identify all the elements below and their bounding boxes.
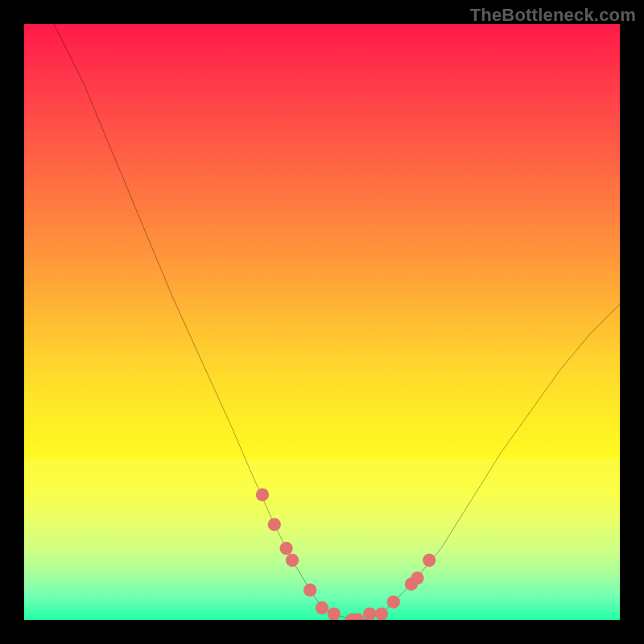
chart-frame: TheBottleneck.com (0, 0, 644, 644)
plot-area (24, 24, 620, 620)
highlight-band (24, 459, 620, 620)
watermark-text: TheBottleneck.com (470, 5, 636, 26)
